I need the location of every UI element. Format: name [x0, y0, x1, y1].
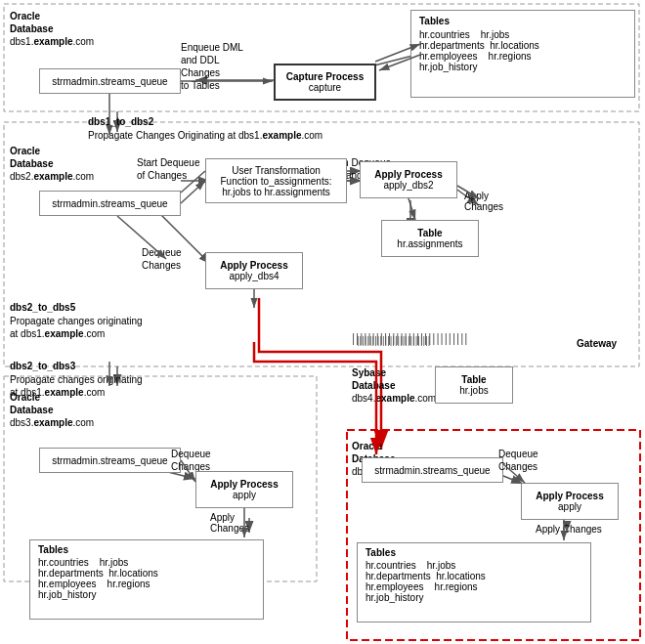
dbs3-queue-box: strmadmin.streams_queue [39, 448, 181, 473]
propagation-dbs1-dbs2-label: dbs1_to_dbs2 Propagate Changes Originati… [88, 115, 322, 143]
dbs1-queue-box: strmadmin.streams_queue [39, 68, 181, 94]
dequeue-changes-dbs2-label: DequeueChanges [142, 246, 182, 272]
svg-line-28 [181, 181, 205, 203]
apply-changes-dbs5-label: Apply Changes [536, 524, 602, 535]
dbs3-tables-box: Tables hr.countries hr.jobs hr.departmen… [29, 539, 264, 620]
dbs5-tables-box: Tables hr.countries hr.jobs hr.departmen… [357, 542, 591, 623]
apply-dbs4-box: Apply Processapply_dbs4 [205, 252, 303, 289]
hr-assignments-box: Tablehr.assignments [381, 220, 479, 257]
gateway-bars: ||||||||||||||||||||||||||||| [352, 327, 577, 347]
dbs3-label: OracleDatabasedbs3.example.com [10, 391, 94, 429]
apply-changes-dbs3-label: ApplyChanges [210, 512, 249, 534]
enqueue-label: Enqueue DMLand DDLChangesto Tables [181, 41, 243, 92]
apply-dbs2-box: Apply Processapply_dbs2 [360, 161, 457, 198]
gateway-label: Gateway [577, 338, 617, 349]
dbs1-tables-box: Tables hr.countries hr.jobs hr.departmen… [410, 10, 635, 98]
start-dequeue-label: Start Dequeueof Changes [137, 156, 200, 182]
apply-dbs3-box: Apply Processapply [195, 471, 293, 508]
dbs2-label: OracleDatabasedbs2.example.com [10, 145, 94, 183]
dequeue-dbs5-label: DequeueChanges [498, 448, 538, 473]
svg-text:|||||||||||||||||||||||||||||: ||||||||||||||||||||||||||||| [352, 331, 468, 345]
dbs4-table-box: Tablehr.jobs [435, 366, 513, 404]
main-diagram: ||||||||||||||||||||||||||||| OracleData… [0, 0, 645, 644]
dbs1-label: OracleDatabasedbs1.example.com [10, 10, 94, 48]
dbs2-queue-box: strmadmin.streams_queue [39, 191, 181, 216]
capture-process-box: Capture Processcapture [274, 64, 376, 101]
dequeue-dbs3-label: DequeueChanges [171, 448, 211, 473]
propagation-dbs2-dbs5-label: dbs2_to_dbs5 Propagate changes originati… [10, 301, 143, 341]
dbs4-label: SybaseDatabasedbs4.example.com [352, 366, 436, 405]
svg-line-30 [408, 198, 415, 220]
apply-changes-dbs2-label: ApplyChanges [464, 191, 503, 212]
apply-dbs5-box: Apply Processapply [521, 483, 619, 520]
dbs5-queue-box: strmadmin.streams_queue [362, 457, 503, 483]
transform-box: User TransformationFunction to_assignmen… [205, 158, 347, 203]
